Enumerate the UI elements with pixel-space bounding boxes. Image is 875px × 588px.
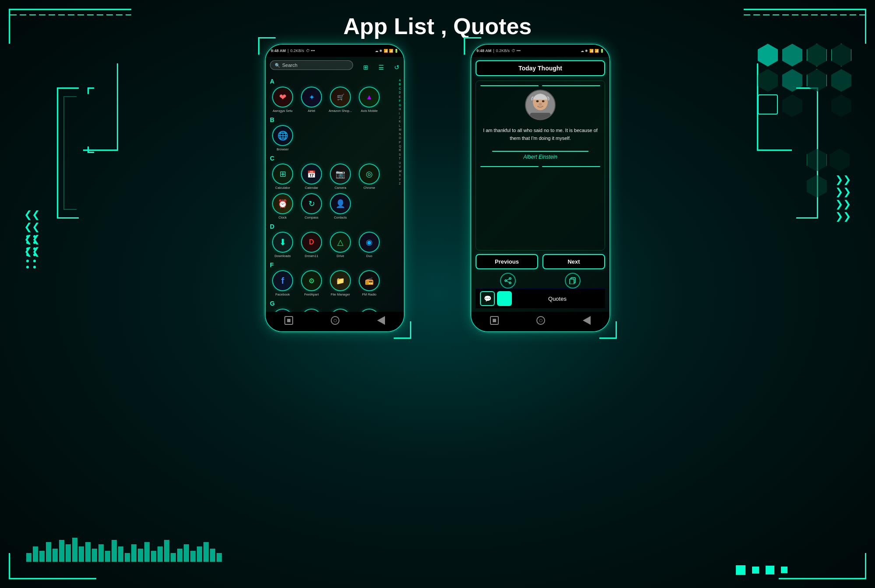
list-icon[interactable]: ☰ <box>378 64 384 71</box>
svg-point-8 <box>505 280 507 282</box>
quotes-tab-icon[interactable]: 💬 <box>480 291 495 306</box>
quote-author: Albert Einstein <box>523 154 557 160</box>
section-g: G <box>270 300 399 307</box>
refresh-icon[interactable]: ↺ <box>394 64 399 71</box>
grid-icon[interactable]: ⊞ <box>363 64 368 71</box>
svg-line-9 <box>507 279 509 280</box>
app-facebook[interactable]: f Facebook <box>270 270 295 296</box>
bar-deco-item <box>26 553 32 562</box>
previous-button[interactable]: Previous <box>476 254 538 269</box>
page-title: App List , Quotes <box>343 13 532 39</box>
quote-author-image <box>525 90 556 120</box>
svg-rect-5 <box>530 113 550 120</box>
app-fm-radio[interactable]: 📻 FM Radio <box>357 270 382 296</box>
search-toolbar: 🔍 Search ⊞ ☰ ↺ <box>270 60 399 74</box>
app-axis-mobile[interactable]: ▲ Axis Mobile <box>357 87 382 113</box>
accent-lines-bottom <box>480 166 600 167</box>
app-chrome[interactable]: ◎ Chrome <box>357 164 382 190</box>
app-drive[interactable]: △ Drive <box>328 232 353 258</box>
app-calendar[interactable]: 📅 Calendar <box>299 164 324 190</box>
bar-deco-item <box>164 540 169 562</box>
status-time: 9:48 AM <box>271 49 286 53</box>
app-file-manager[interactable]: 📁 File Manager <box>328 270 353 296</box>
share-button[interactable] <box>500 273 516 289</box>
quote-text: I am thankful to all who said no to me. … <box>480 127 600 142</box>
app-gmail[interactable]: M Gmail <box>328 309 353 312</box>
app-amazon-shopping[interactable]: 🛒 Amazon Shop... <box>328 87 353 113</box>
right-phone-wrapper: 9:48 AM | 0.2KB/s ⏱ ••• ☁ ✱ 📶 📶 🔋 Today … <box>470 44 610 332</box>
app-clock[interactable]: ⏰ Clock <box>270 193 295 219</box>
today-thought-header: Today Thought <box>476 60 605 76</box>
quotes-tab-label: Quotes <box>548 296 567 302</box>
section-d: D <box>270 223 399 230</box>
quotes-content: Today Thought <box>471 57 609 312</box>
bar-deco-item <box>79 546 84 562</box>
teal-divider <box>492 151 588 152</box>
phones-container: 9:48 AM | 0.2KB/s ⏱ ••• ☁ ✱ 📶 📶 🔋 🔍 <box>0 44 875 332</box>
bar-deco-item <box>151 551 156 562</box>
section-c: C <box>270 155 399 162</box>
bar-deco-item <box>33 546 38 562</box>
bar-deco-item <box>210 549 215 562</box>
app-getapps[interactable]: ☰ GetApps <box>299 309 324 312</box>
app-airtel[interactable]: ✦ Airtel <box>299 87 324 113</box>
bar-deco-item <box>72 538 77 562</box>
app-aarogya-setu[interactable]: ❤ Aarogya Setu <box>270 87 295 113</box>
phone-notch-right <box>527 45 553 48</box>
app-camera[interactable]: 📷 Camera <box>328 164 353 190</box>
quote-nav-row: Previous Next <box>476 254 605 269</box>
app-compass[interactable]: ↻ Compass <box>299 193 324 219</box>
bar-deco-item <box>66 544 71 562</box>
nav-back[interactable] <box>377 316 385 325</box>
status-speed: | <box>287 49 288 53</box>
bar-deco-item <box>105 551 110 562</box>
section-a: A <box>270 78 399 85</box>
nav-home[interactable]: ○ <box>331 316 340 325</box>
nav-square[interactable]: ■ <box>284 316 293 325</box>
app-row-c2: ⏰ Clock ↻ Compass 👤 Contacts <box>270 193 399 219</box>
app-gallery[interactable]: 🖼 Gallery <box>270 309 295 312</box>
app-feetapart[interactable]: ⚙ FeetApart <box>299 270 324 296</box>
share-row <box>476 273 605 289</box>
quotes-inner: Today Thought <box>471 57 609 312</box>
search-icon: 🔍 <box>275 63 280 68</box>
bar-deco-item <box>203 542 209 562</box>
app-dream11[interactable]: D Dream11 <box>299 232 324 258</box>
app-row-c1: ⊞ Calculator 📅 Calendar 📷 Camera ◎ <box>270 164 399 190</box>
left-phone: 9:48 AM | 0.2KB/s ⏱ ••• ☁ ✱ 📶 📶 🔋 🔍 <box>265 44 405 332</box>
alphabet-sidebar: A B C D E F G H I J K L M N O <box>399 79 402 185</box>
right-phone: 9:48 AM | 0.2KB/s ⏱ ••• ☁ ✱ 📶 📶 🔋 Today … <box>470 44 610 332</box>
status-time-right: 9:48 AM <box>476 49 491 53</box>
copy-button[interactable] <box>565 273 581 289</box>
search-bar[interactable]: 🔍 Search <box>270 60 353 70</box>
hud-corner-tl <box>9 9 131 44</box>
phone-bottom-nav-right: ■ ○ <box>471 312 609 331</box>
next-button[interactable]: Next <box>542 254 605 269</box>
nav-square-r[interactable]: ■ <box>490 316 499 325</box>
section-f: F <box>270 261 399 268</box>
bar-deco-item <box>171 553 176 562</box>
bar-deco-item <box>217 553 222 562</box>
left-phone-wrapper: 9:48 AM | 0.2KB/s ⏱ ••• ☁ ✱ 📶 📶 🔋 🔍 <box>265 44 405 332</box>
app-duo[interactable]: ◉ Duo <box>357 232 382 258</box>
edit-tab-icon[interactable]: ✏ <box>497 291 512 306</box>
app-google[interactable]: G Google <box>357 309 382 312</box>
bar-deco-item <box>138 549 143 562</box>
app-contacts[interactable]: 👤 Contacts <box>328 193 353 219</box>
nav-home-r[interactable]: ○ <box>536 316 545 325</box>
svg-rect-12 <box>570 279 574 284</box>
bar-deco-item <box>85 542 91 562</box>
bar-deco-item <box>197 546 202 562</box>
svg-point-3 <box>542 100 545 102</box>
svg-point-6 <box>509 278 511 279</box>
app-calculator[interactable]: ⊞ Calculator <box>270 164 295 190</box>
app-row-f: f Facebook ⚙ FeetApart 📁 File Manager <box>270 270 399 296</box>
bar-deco-item <box>177 549 182 562</box>
bar-chart-decoration <box>26 538 222 562</box>
bottom-dots <box>736 565 788 575</box>
bar-deco-item <box>112 540 117 562</box>
app-downloads[interactable]: ⬇ Downloads <box>270 232 295 258</box>
status-speed-val: 0.2KB/s <box>290 49 304 53</box>
nav-back-r[interactable] <box>583 316 591 325</box>
app-browser[interactable]: 🌐 Browser <box>270 125 295 151</box>
